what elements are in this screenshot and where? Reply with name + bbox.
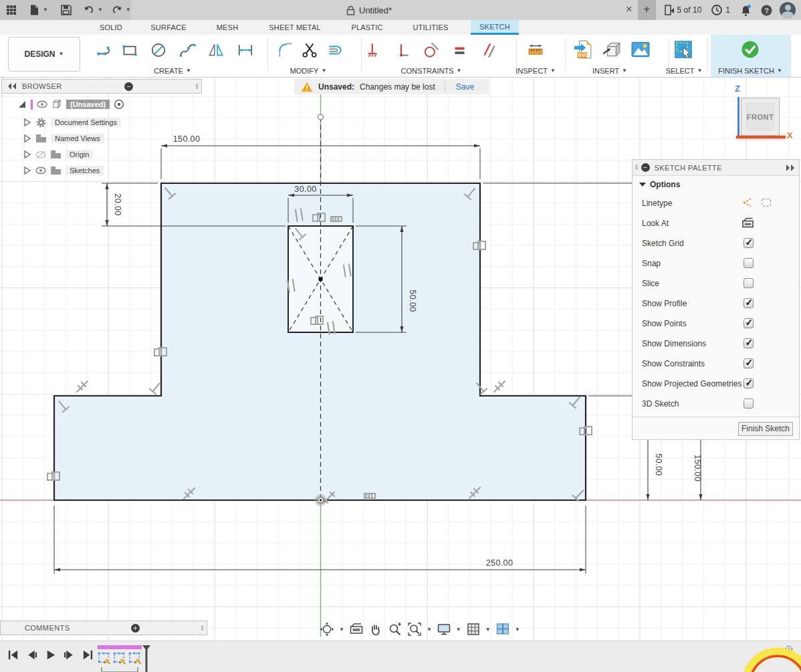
- orbit-icon[interactable]: [320, 622, 334, 637]
- file-menu-caret[interactable]: ▼: [43, 7, 48, 13]
- show-projected-geometries-checkbox[interactable]: [743, 378, 754, 388]
- avatar[interactable]: [780, 2, 796, 18]
- expand-closed-icon[interactable]: [23, 118, 31, 127]
- design-workspace-button[interactable]: DESIGN▼: [8, 37, 80, 72]
- viewcube-face-label[interactable]: FRONT: [741, 98, 779, 135]
- grid-caret[interactable]: ▼: [485, 627, 491, 633]
- palette-options-section[interactable]: Options: [633, 176, 799, 193]
- browser-item-label[interactable]: Named Views: [51, 134, 104, 143]
- tab-surface[interactable]: SURFACE: [150, 20, 186, 35]
- sketch-origin-point[interactable]: [315, 494, 327, 506]
- circle-icon[interactable]: [150, 41, 167, 59]
- construction-linetype-icon[interactable]: [741, 197, 754, 209]
- fit-icon[interactable]: [407, 622, 422, 637]
- dimension-250.00[interactable]: 250.00: [54, 506, 586, 574]
- eye-icon[interactable]: [37, 100, 47, 108]
- tangent-icon[interactable]: [423, 41, 440, 59]
- pan-icon[interactable]: [368, 622, 383, 637]
- finish-sketch-button[interactable]: Finish Sketch: [738, 422, 793, 436]
- equal-icon[interactable]: [451, 41, 469, 59]
- expand-open-icon[interactable]: [17, 100, 27, 109]
- sketch-canvas[interactable]: 150.0030.0020.0050.00250.0050.00150.00 B…: [0, 77, 801, 641]
- tab-plastic[interactable]: PLASTIC: [351, 20, 382, 35]
- expand-closed-icon[interactable]: [23, 134, 31, 143]
- add-comment-icon[interactable]: +: [131, 624, 140, 633]
- center-point[interactable]: [318, 277, 322, 281]
- comments-drag-handle[interactable]: ‖: [201, 625, 204, 632]
- group-label-modify[interactable]: MODIFY▼: [290, 67, 327, 75]
- browser-item-document-settings[interactable]: Document Settings: [23, 116, 121, 129]
- tab-sketch[interactable]: SKETCH: [471, 20, 519, 35]
- insert-attach-icon[interactable]: [602, 39, 622, 60]
- group-label-insert[interactable]: INSERT▼: [592, 67, 627, 75]
- sketch-palette-header[interactable]: ‖ − SKETCH PALETTE: [633, 160, 799, 176]
- tab-sheet-metal[interactable]: SHEET METAL: [269, 20, 321, 35]
- projected-point[interactable]: [318, 114, 324, 120]
- show-points-checkbox[interactable]: [743, 318, 754, 328]
- inner-rectangle[interactable]: [288, 226, 353, 332]
- expand-closed-icon[interactable]: [23, 150, 31, 159]
- clock-icon[interactable]: [711, 4, 723, 16]
- document-name[interactable]: (Unsaved): [66, 100, 110, 109]
- sketch-grid-checkbox[interactable]: [743, 238, 754, 248]
- dimension-150.00[interactable]: 150.00: [161, 134, 480, 179]
- display-settings-icon[interactable]: [437, 622, 451, 637]
- rectangle-icon[interactable]: [121, 41, 138, 59]
- dimension-50.00[interactable]: 50.00: [356, 226, 417, 332]
- slice-checkbox[interactable]: [743, 278, 754, 288]
- help-icon[interactable]: ?: [760, 4, 773, 17]
- fillet-icon[interactable]: [277, 41, 294, 59]
- horizontal-vertical-icon[interactable]: [393, 41, 411, 59]
- new-tab-button[interactable]: +: [638, 0, 656, 20]
- collapse-right-icon[interactable]: [786, 164, 795, 171]
- undo-icon[interactable]: [83, 4, 95, 16]
- browser-item-named-views[interactable]: Named Views: [23, 132, 104, 145]
- skip-to-start-icon[interactable]: [7, 649, 19, 661]
- viewports-caret[interactable]: ▼: [515, 627, 520, 633]
- group-label-constraints[interactable]: CONSTRAINTS▼: [401, 67, 462, 75]
- mirror-icon[interactable]: [207, 41, 225, 59]
- sketch-profile[interactable]: [54, 183, 586, 500]
- save-icon[interactable]: [60, 4, 72, 16]
- redo-menu-caret[interactable]: ▼: [126, 7, 131, 13]
- grid-settings-icon[interactable]: [466, 622, 481, 637]
- browser-item-label[interactable]: Sketches: [66, 166, 104, 175]
- activate-radio-icon[interactable]: [114, 99, 124, 110]
- file-icon[interactable]: [28, 4, 40, 16]
- app-grid-icon[interactable]: [5, 4, 17, 16]
- offset-icon[interactable]: [326, 41, 344, 59]
- viewports-icon[interactable]: [495, 622, 510, 637]
- browser-item-document[interactable]: (Unsaved): [17, 98, 124, 111]
- sketch-feature-icon[interactable]: [97, 651, 112, 665]
- sketch-feature-icon[interactable]: [112, 651, 127, 665]
- insert-image-icon[interactable]: [631, 39, 651, 60]
- zoom-icon[interactable]: [388, 622, 403, 637]
- group-label-inspect[interactable]: INSPECT▼: [516, 67, 556, 75]
- group-label-create[interactable]: CREATE▼: [154, 67, 191, 75]
- measure-icon[interactable]: [527, 41, 544, 59]
- look-at-icon[interactable]: [349, 622, 364, 637]
- snap-checkbox[interactable]: [743, 258, 754, 268]
- browser-item-sketches[interactable]: Sketches: [23, 164, 104, 177]
- step-back-icon[interactable]: [25, 649, 38, 661]
- document-tabs-icon[interactable]: [663, 4, 675, 16]
- browser-panel-header[interactable]: BROWSER − ‖: [1, 79, 202, 94]
- bell-icon[interactable]: [739, 4, 752, 17]
- save-link[interactable]: Save: [456, 82, 474, 92]
- undo-menu-caret[interactable]: ▼: [98, 7, 103, 13]
- tab-utilities[interactable]: UTILITIES: [413, 20, 448, 35]
- show-profile-checkbox[interactable]: [743, 298, 754, 308]
- browser-drag-handle[interactable]: ‖: [195, 83, 199, 90]
- close-tab-icon[interactable]: ×: [620, 0, 638, 20]
- browser-item-origin[interactable]: Origin: [23, 148, 93, 161]
- step-forward-icon[interactable]: [63, 649, 76, 661]
- dimension-icon[interactable]: [237, 41, 254, 59]
- tab-mesh[interactable]: MESH: [217, 20, 239, 35]
- comments-panel-header[interactable]: COMMENTS + ‖: [0, 621, 207, 635]
- browser-collapse-icon[interactable]: −: [124, 82, 133, 91]
- fixed-icon[interactable]: [366, 41, 383, 59]
- parallel-icon[interactable]: [480, 41, 497, 59]
- show-constraints-checkbox[interactable]: [743, 358, 754, 368]
- display-caret[interactable]: ▼: [456, 627, 461, 633]
- palette-collapse-icon[interactable]: −: [641, 163, 650, 172]
